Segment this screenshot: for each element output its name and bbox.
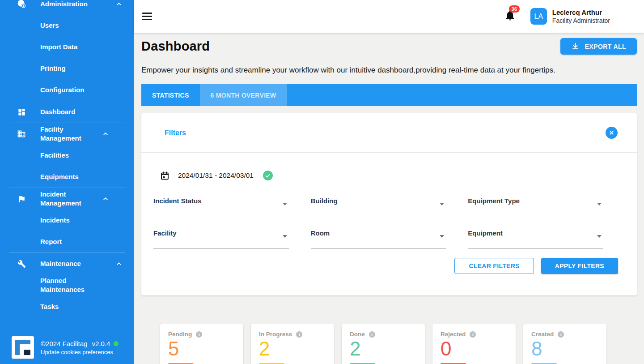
export-all-button[interactable]: EXPORT ALL <box>560 38 637 55</box>
select-building[interactable]: Building <box>311 197 446 216</box>
stat-label: Pending <box>168 331 192 338</box>
facilitag-logo <box>12 336 34 359</box>
dropdown-arrow-icon <box>283 235 287 238</box>
sidebar-item-users[interactable]: Users <box>0 15 134 36</box>
sidebar-item-equipments[interactable]: Equipments <box>0 166 134 188</box>
top-header: 36 LA Leclercq Arthur Facility Administr… <box>134 0 644 33</box>
cookies-preferences-link[interactable]: Update cookies preferences <box>41 349 119 355</box>
download-icon <box>571 42 580 51</box>
select-equipment[interactable]: Equipment <box>468 229 603 248</box>
sidebar-item-report[interactable]: Report <box>0 231 134 253</box>
stat-value: 5 <box>168 338 235 359</box>
dropdown-arrow-icon <box>440 203 444 206</box>
stat-label: Rejected <box>441 331 466 338</box>
sidebar-item-dashboard[interactable]: Dashboard <box>0 101 134 123</box>
sidebar-item-label: Planned Maintenances <box>40 276 94 294</box>
sidebar-item-printing[interactable]: Printing <box>0 58 134 79</box>
main-pane: 36 LA Leclercq Arthur Facility Administr… <box>134 0 644 364</box>
sidebar-item-label: Administration <box>40 0 112 9</box>
user-avatar[interactable]: LA <box>530 8 547 25</box>
sidebar-item-administration[interactable]: Administration <box>0 0 134 15</box>
stat-value: 8 <box>531 338 598 359</box>
sidebar-item-label: Import Data <box>40 43 123 51</box>
filter-fields: Incident Status Building Equipment Type <box>153 197 603 248</box>
date-range-row[interactable]: 2024/01/31 - 2024/03/01 <box>160 171 603 180</box>
sidebar-item-label: Tasks <box>40 302 123 311</box>
stat-card-created: Created i 8 <box>523 324 606 364</box>
sidebar-item-tasks[interactable]: Tasks <box>0 296 134 317</box>
stat-value: 2 <box>259 338 326 359</box>
sidebar-item-facilities[interactable]: Facilities <box>0 145 134 166</box>
export-all-label: EXPORT ALL <box>585 43 626 50</box>
sidebar-item-label: Printing <box>40 64 123 73</box>
filters-title: Filters <box>165 129 186 137</box>
content-area: Dashboard EXPORT ALL Empower your insigh… <box>134 33 644 364</box>
sidebar-item-label: Incidents <box>40 216 123 225</box>
chevron-up-icon <box>102 195 109 202</box>
select-label: Facility <box>153 229 177 237</box>
sidebar-item-import-data[interactable]: Import Data <box>0 36 134 58</box>
building-icon <box>17 129 26 138</box>
user-role: Facility Administrator <box>552 17 610 24</box>
select-room[interactable]: Room <box>311 229 446 248</box>
sidebar-item-label: Dashboard <box>40 107 123 116</box>
footer-version-line: ©2024 Facilitag v2.0.4 <box>41 340 119 347</box>
user-name: Leclercq Arthur <box>552 9 610 16</box>
sidebar-item-facility-management[interactable]: Facility Management <box>0 123 134 145</box>
sidebar-item-label: Incident Management <box>40 190 98 208</box>
sidebar-item-label: Facilities <box>40 151 123 160</box>
dropdown-arrow-icon <box>597 235 602 238</box>
select-equipment-type[interactable]: Equipment Type <box>468 197 603 216</box>
copyright-text: ©2024 Facilitag <box>41 340 87 347</box>
stat-label: Done <box>350 331 365 338</box>
info-icon[interactable]: i <box>369 331 375 338</box>
date-valid-check-icon <box>263 171 273 180</box>
flag-icon <box>17 194 26 203</box>
wrench-icon <box>17 259 26 268</box>
sidebar-item-maintenance[interactable]: Maintenance <box>0 253 134 274</box>
calendar-icon <box>160 171 169 180</box>
sidebar-item-incidents[interactable]: Incidents <box>0 210 134 231</box>
sidebar-nav: Administration Users Import Data Printin… <box>0 0 134 317</box>
chevron-up-icon <box>115 0 123 8</box>
tab-statistics[interactable]: STATISTICS <box>141 84 200 106</box>
tab-6-month-overview[interactable]: 6 MONTH OVERVIEW <box>200 84 287 106</box>
chevron-up-icon <box>102 130 109 137</box>
select-facility[interactable]: Facility <box>153 229 289 248</box>
apply-filters-button[interactable]: APPLY FILTERS <box>541 258 618 274</box>
admin-shield-icon <box>17 0 26 9</box>
sidebar-item-label: Users <box>40 21 123 30</box>
close-filters-button[interactable] <box>606 127 618 139</box>
sidebar-item-label: Equipments <box>40 172 123 181</box>
stat-card-rejected: Rejected i 0 <box>432 324 516 364</box>
stat-label: In Progress <box>259 331 292 338</box>
notifications-bell[interactable]: 36 <box>504 9 516 23</box>
page-subtitle: Empower your insights and streamline you… <box>141 66 637 75</box>
info-icon[interactable]: i <box>470 331 476 338</box>
user-info: Leclercq Arthur Facility Administrator <box>552 9 610 24</box>
select-label: Equipment Type <box>468 197 520 205</box>
info-icon[interactable]: i <box>296 331 302 338</box>
tab-bar: STATISTICS 6 MONTH OVERVIEW <box>141 84 637 106</box>
stat-card-pending: Pending i 5 <box>160 324 243 364</box>
stat-value: 0 <box>441 338 508 359</box>
info-icon[interactable]: i <box>196 331 202 338</box>
dropdown-arrow-icon <box>283 203 287 206</box>
clear-filters-button[interactable]: CLEAR FILTERS <box>454 258 534 274</box>
filters-card: Filters 2024/01/31 - 2024/03/01 <box>141 113 637 295</box>
sidebar-footer: ©2024 Facilitag v2.0.4 Update cookies pr… <box>0 336 134 359</box>
select-label: Room <box>311 229 330 237</box>
hamburger-menu-icon[interactable] <box>142 13 152 20</box>
select-incident-status[interactable]: Incident Status <box>153 197 289 216</box>
status-dot-icon <box>114 341 119 346</box>
stats-row: Pending i 5 In Progress i 2 <box>160 324 637 364</box>
sidebar-item-incident-management[interactable]: Incident Management <box>0 188 134 210</box>
sidebar-item-label: Configuration <box>40 86 123 94</box>
app-root: Administration Users Import Data Printin… <box>0 0 644 364</box>
sidebar-item-configuration[interactable]: Configuration <box>0 79 134 101</box>
stat-card-done: Done i 2 <box>342 324 425 364</box>
stat-card-in-progress: In Progress i 2 <box>251 324 334 364</box>
select-label: Equipment <box>468 229 503 237</box>
sidebar-item-planned-maintenances[interactable]: Planned Maintenances <box>0 274 134 296</box>
info-icon[interactable]: i <box>558 331 564 338</box>
